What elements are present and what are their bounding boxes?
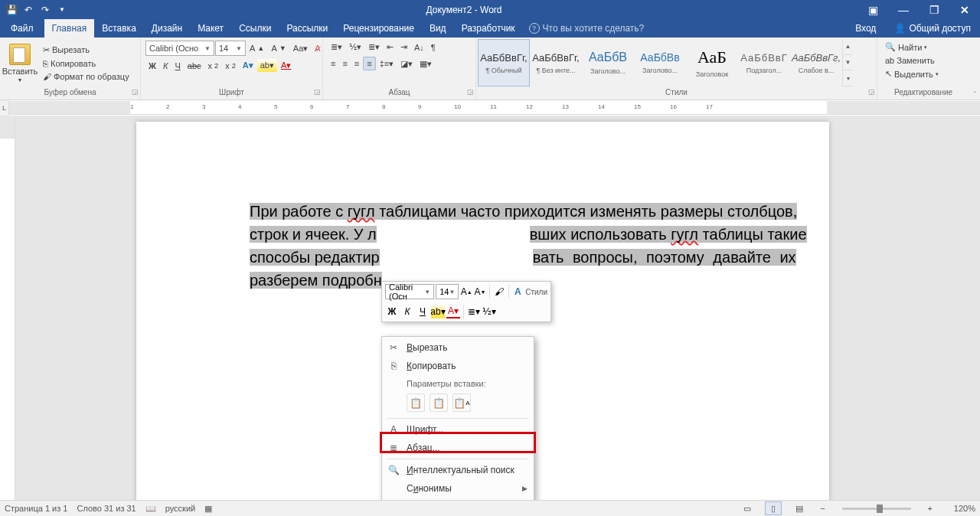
style-heading2[interactable]: АаБбВвЗаголово...: [634, 39, 686, 87]
format-painter-button[interactable]: 🖌Формат по образцу: [40, 70, 132, 83]
horizontal-ruler[interactable]: 1234567891011121314151617: [9, 101, 980, 115]
show-marks-button[interactable]: ¶: [428, 41, 439, 54]
mini-styles[interactable]: A: [511, 285, 524, 299]
ctx-synonyms[interactable]: Синонимы▶: [382, 479, 534, 498]
paragraph-launcher[interactable]: ◲: [466, 88, 474, 96]
font-launcher[interactable]: ◲: [313, 88, 321, 96]
zoom-level[interactable]: 120%: [945, 504, 975, 513]
bullets-button[interactable]: ≣▾: [328, 41, 345, 54]
print-layout-button[interactable]: ▯: [765, 501, 782, 515]
line-spacing-button[interactable]: ‡≡▾: [377, 57, 397, 70]
tab-file[interactable]: Файл: [0, 19, 44, 38]
ctx-translate[interactable]: 🌐Перевод: [382, 498, 534, 500]
mini-size-combo[interactable]: 14▼: [436, 284, 459, 299]
justify-button[interactable]: ≡: [363, 57, 375, 70]
zoom-slider[interactable]: [842, 508, 911, 510]
mini-font-combo[interactable]: Calibri (Осн▼: [385, 284, 434, 299]
status-macro-icon[interactable]: ▦: [204, 504, 212, 514]
tab-selector[interactable]: L: [0, 100, 9, 116]
styles-launcher[interactable]: ◲: [867, 88, 875, 96]
paste-button[interactable]: Вставить ▼: [3, 44, 37, 83]
decrease-indent-button[interactable]: ⇤: [384, 41, 397, 54]
font-size-combo[interactable]: 14▼: [215, 41, 246, 56]
style-heading1[interactable]: АаБбВЗаголово...: [582, 39, 634, 87]
align-left-button[interactable]: ≡: [328, 57, 338, 70]
document-text[interactable]: При работе с гугл таблицами часто приход…: [250, 200, 824, 292]
shading-button[interactable]: ◪▾: [397, 57, 416, 70]
style-subtle-emphasis[interactable]: АаБбВвГг,Слабое в...: [790, 39, 842, 87]
redo-icon[interactable]: ↷: [37, 2, 54, 18]
increase-indent-button[interactable]: ⇥: [397, 41, 410, 54]
tab-design[interactable]: Дизайн: [144, 19, 190, 38]
tab-layout[interactable]: Макет: [190, 19, 231, 38]
mini-underline[interactable]: Ч: [416, 305, 430, 318]
mini-shrink-font[interactable]: A▼: [474, 285, 486, 299]
style-no-spacing[interactable]: АаБбВвГг,¶ Без инте...: [530, 39, 582, 87]
ctx-copy[interactable]: ⎘Копировать: [382, 357, 534, 375]
superscript-button[interactable]: x2: [222, 60, 239, 72]
shrink-font-button[interactable]: A▼: [268, 42, 289, 54]
mini-font-color[interactable]: A▾: [446, 305, 460, 318]
save-icon[interactable]: 💾: [3, 2, 20, 18]
clipboard-launcher[interactable]: ◲: [131, 88, 139, 96]
minimize-icon[interactable]: —: [888, 0, 919, 19]
replace-button[interactable]: abЗаменить: [882, 54, 938, 67]
bold-button[interactable]: Ж: [145, 60, 159, 72]
mini-grow-font[interactable]: A▲: [460, 285, 472, 299]
mini-highlight[interactable]: ab▾: [431, 305, 445, 318]
grow-font-button[interactable]: A▲: [247, 42, 267, 54]
ctx-font[interactable]: AШрифт...: [382, 420, 534, 439]
copy-button[interactable]: ⎘Копировать: [40, 57, 132, 70]
highlight-button[interactable]: ab▾: [257, 59, 277, 72]
paste-merge-icon[interactable]: 📋: [430, 394, 448, 412]
cut-button[interactable]: ✂Вырезать: [40, 44, 132, 57]
web-layout-button[interactable]: ▤: [791, 501, 808, 515]
gallery-more-icon[interactable]: ▾: [843, 70, 853, 87]
strikethrough-button[interactable]: abc: [185, 60, 204, 72]
italic-button[interactable]: К: [160, 60, 171, 72]
ctx-cut[interactable]: ✂ВВырезатьырезать: [382, 338, 534, 357]
tab-references[interactable]: Ссылки: [231, 19, 279, 38]
clear-formatting-button[interactable]: A̷: [312, 42, 324, 55]
style-subtitle[interactable]: АаБбВвГПодзагол...: [738, 39, 790, 87]
mini-italic[interactable]: К: [400, 305, 414, 318]
font-name-combo[interactable]: Calibri (Осно▼: [145, 41, 214, 56]
tab-developer[interactable]: Разработчик: [454, 19, 523, 38]
style-normal[interactable]: АаБбВвГг,¶ Обычный: [478, 39, 530, 87]
find-button[interactable]: 🔍Найти▾: [882, 41, 930, 54]
read-mode-button[interactable]: ▭: [739, 501, 756, 515]
multilevel-list-button[interactable]: ≣▾: [365, 41, 383, 54]
status-proofing-icon[interactable]: 📖: [145, 504, 156, 514]
paste-text-only-icon[interactable]: 📋A: [452, 394, 471, 412]
align-right-button[interactable]: ≡: [351, 57, 362, 70]
signin-button[interactable]: Вход: [846, 19, 885, 38]
align-center-button[interactable]: ≡: [339, 57, 350, 70]
font-color-button[interactable]: A▾: [278, 59, 294, 72]
share-button[interactable]: 👤 Общий доступ: [885, 19, 980, 38]
status-language[interactable]: русский: [165, 504, 195, 513]
restore-icon[interactable]: ❐: [919, 0, 949, 19]
gallery-up-icon[interactable]: ▲: [843, 39, 853, 55]
gallery-down-icon[interactable]: ▼: [843, 55, 853, 71]
paste-keep-source-icon[interactable]: 📋: [407, 394, 425, 412]
tab-view[interactable]: Вид: [422, 19, 454, 38]
vertical-ruler[interactable]: [0, 116, 15, 500]
tab-mailings[interactable]: Рассылки: [279, 19, 335, 38]
style-title[interactable]: АаБЗаголовок: [686, 39, 738, 87]
mini-numbering[interactable]: ⅟₂▾: [482, 305, 496, 318]
undo-icon[interactable]: ↶: [20, 2, 37, 18]
status-words[interactable]: Слово 31 из 31: [77, 504, 136, 513]
tab-review[interactable]: Рецензирование: [335, 19, 422, 38]
select-button[interactable]: ↖Выделить▾: [882, 67, 942, 80]
numbering-button[interactable]: ⅟₂▾: [346, 41, 364, 54]
change-case-button[interactable]: Aa▾: [290, 42, 311, 55]
mini-format-painter[interactable]: 🖌: [493, 285, 505, 299]
status-page[interactable]: Страница 1 из 1: [5, 504, 67, 513]
zoom-out-button[interactable]: −: [817, 504, 828, 513]
close-icon[interactable]: ✕: [949, 0, 980, 19]
tab-insert[interactable]: Вставка: [94, 19, 144, 38]
mini-bold[interactable]: Ж: [385, 305, 399, 318]
ctx-smart-lookup[interactable]: 🔍Интеллектуальный поиск: [382, 461, 534, 479]
zoom-in-button[interactable]: +: [925, 504, 936, 513]
subscript-button[interactable]: x2: [205, 60, 222, 72]
